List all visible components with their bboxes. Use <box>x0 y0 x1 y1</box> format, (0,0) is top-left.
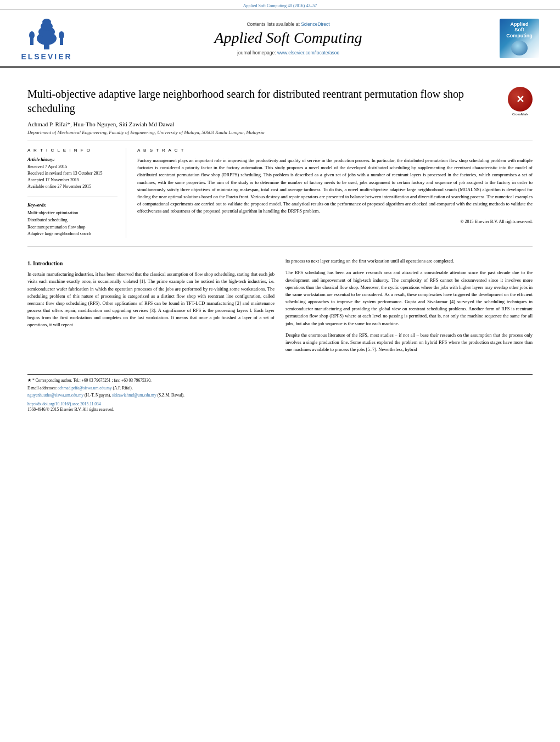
homepage-line: journal homepage: www.elsevier.com/locat… <box>88 50 489 55</box>
crossmark-badge[interactable]: CrossMark <box>508 87 533 111</box>
keyword-1: Multi-objective optimization <box>27 210 117 217</box>
homepage-prefix: journal homepage: <box>237 50 276 55</box>
contents-prefix: Contents lists available at <box>247 21 299 27</box>
keywords-group: Keywords: Multi-objective optimization D… <box>27 203 117 238</box>
homepage-link[interactable]: www.elsevier.com/locate/asoc <box>277 50 339 55</box>
footer-section: ★ * Corresponding author. Tel.: +60 03 7… <box>0 375 560 419</box>
crossmark-icon <box>508 87 533 111</box>
abstract-column: A B S T R A C T Factory management plays… <box>137 148 533 238</box>
elsevier-tree-icon <box>25 15 69 51</box>
email2-name: (H.-T. Nguyen), <box>85 393 112 398</box>
info-divider <box>27 197 117 197</box>
elsevier-brand-text: ELSEVIER <box>21 52 72 61</box>
issn-line: 1568-4946/© 2015 Elsevier B.V. All right… <box>27 406 533 412</box>
keywords-label: Keywords: <box>27 203 117 208</box>
article-title: Multi-objective adaptive large neighborh… <box>27 87 500 115</box>
journal-name-heading: Applied Soft Computing <box>88 29 489 47</box>
page: Applied Soft Computing 40 (2016) 42–57 <box>0 0 560 419</box>
email-link-2[interactable]: nguyenhuutho@siswa.um.edu.my <box>27 393 83 398</box>
article-info-label: A R T I C L E I N F O <box>27 148 117 153</box>
article-title-section: Multi-objective adaptive large neighborh… <box>27 79 533 141</box>
abstract-body: Factory management plays an important ro… <box>137 157 533 215</box>
body-right-column: its process to next layer starting on th… <box>285 258 533 358</box>
email-addresses-line: E-mail addresses: achmad.prifa@siswa.um.… <box>27 385 533 391</box>
svg-point-8 <box>59 31 64 39</box>
crossmark-label: CrossMark <box>508 113 533 116</box>
journal-header: ELSEVIER Contents lists available at Sci… <box>0 10 560 68</box>
journal-center-header: Contents lists available at ScienceDirec… <box>88 21 489 55</box>
history-label: Article history: <box>27 157 117 162</box>
corresponding-author-note: ★ * Corresponding author. Tel.: +60 03 7… <box>27 377 533 383</box>
svg-point-4 <box>42 19 51 25</box>
email-link-3[interactable]: sitizawiahmd@um.edu.my <box>112 393 156 398</box>
received-date: Received 7 April 2015 <box>27 164 117 170</box>
doi-link[interactable]: http://dx.doi.org/10.1016/j.asoc.2015.11… <box>27 401 101 406</box>
email3-name: (S.Z.M. Dawal). <box>158 393 184 398</box>
accepted-date: Accepted 17 November 2015 <box>27 177 117 183</box>
copyright-notice: © 2015 Elsevier B.V. All rights reserved… <box>137 219 533 224</box>
doi-line: http://dx.doi.org/10.1016/j.asoc.2015.11… <box>27 401 533 406</box>
intro-paragraph-1: In certain manufacturing industries, it … <box>27 271 275 328</box>
available-date: Available online 27 November 2015 <box>27 183 117 190</box>
contents-available-line: Contents lists available at ScienceDirec… <box>88 21 489 27</box>
article-info-column: A R T I C L E I N F O Article history: R… <box>27 148 126 238</box>
email-label: E-mail addresses: <box>27 386 57 390</box>
authors-line: Achmad P. Rifai*, Huu-Tho Nguyen, Siti Z… <box>27 121 500 127</box>
email-addresses-line-2: nguyenhuutho@siswa.um.edu.my (H.-T. Nguy… <box>27 392 533 398</box>
body-content: 1. Introduction In certain manufacturing… <box>27 255 533 358</box>
intro-paragraph-4: Despite the enormous literature of the R… <box>285 332 533 354</box>
keyword-2: Distributed scheduling <box>27 217 117 224</box>
affiliation-text: Department of Mechanical Engineering, Fa… <box>27 130 500 135</box>
email-link-1[interactable]: achmad.prifa@siswa.um.edu.my <box>58 386 112 390</box>
body-left-column: 1. Introduction In certain manufacturing… <box>27 258 275 358</box>
footnote-symbol: ★ <box>27 378 32 383</box>
asc-logo-box: AppliedSoftComputing <box>500 19 539 58</box>
keyword-4: Adaptive large neighborhood search <box>27 231 117 238</box>
intro-paragraph-2: its process to next layer starting on th… <box>285 258 533 265</box>
intro-paragraph-3: The RFS scheduling has been an active re… <box>285 269 533 327</box>
journal-reference-bar: Applied Soft Computing 40 (2016) 42–57 <box>0 0 560 10</box>
journal-reference: Applied Soft Computing 40 (2016) 42–57 <box>243 3 317 8</box>
sciencedirect-link[interactable]: ScienceDirect <box>301 21 329 27</box>
revised-date: Received in revised form 13 October 2015 <box>27 170 117 177</box>
asc-logo-section: AppliedSoftComputing <box>500 19 544 58</box>
article-history-group: Article history: Received 7 April 2015 R… <box>27 157 117 190</box>
article-title-text: Multi-objective adaptive large neighborh… <box>27 87 500 135</box>
main-content: Multi-objective adaptive large neighborh… <box>0 68 560 369</box>
email1-name: (A.P. Rifai), <box>113 386 132 390</box>
authors-text: Achmad P. Rifai*, Huu-Tho Nguyen, Siti Z… <box>27 121 174 127</box>
info-abstract-section: A R T I C L E I N F O Article history: R… <box>27 148 533 247</box>
abstract-label: A B S T R A C T <box>137 148 533 153</box>
introduction-heading: 1. Introduction <box>27 260 275 266</box>
svg-point-6 <box>29 31 35 39</box>
asc-logo-text: AppliedSoftComputing <box>506 21 533 39</box>
keyword-3: Reentrant permutation flow shop <box>27 224 117 231</box>
corresponding-text: * Corresponding author. Tel.: +60 03 796… <box>32 378 152 383</box>
elsevier-logo-section: ELSEVIER <box>16 15 77 61</box>
